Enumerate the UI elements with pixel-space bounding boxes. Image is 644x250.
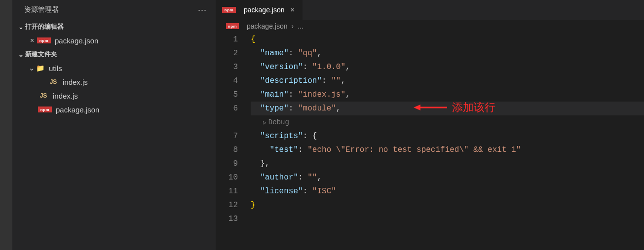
line-number: 2 — [216, 46, 238, 60]
js-icon: JS — [38, 92, 49, 99]
code-line[interactable]: } — [251, 198, 644, 212]
code-line[interactable]: { — [251, 33, 644, 46]
open-editors-header[interactable]: ⌄ 打开的编辑器 — [12, 20, 216, 34]
tab-package-json[interactable]: npm package.json × — [216, 0, 303, 20]
code-lens[interactable]: ▷Debug — [251, 115, 644, 129]
open-editor-item[interactable]: × npm package.json — [12, 34, 216, 47]
tree-folder-name: utils — [49, 64, 62, 72]
breadcrumb-tail: ... — [298, 22, 303, 30]
line-number: 13 — [216, 212, 238, 226]
sidebar-title: 资源管理器 — [24, 5, 59, 14]
code-line[interactable]: "license": "ISC" — [251, 184, 644, 198]
chevron-down-icon: ⌄ — [27, 64, 36, 72]
line-number: 3 — [216, 60, 238, 74]
code-line[interactable]: "main": "index.js", — [251, 88, 644, 102]
open-editors-label: 打开的编辑器 — [25, 22, 64, 31]
play-icon: ▷ — [263, 120, 266, 126]
line-number: 12 — [216, 198, 238, 212]
code-line[interactable] — [251, 212, 644, 226]
code-line[interactable]: "author": "", — [251, 171, 644, 184]
code-line[interactable]: "test": "echo \"Error: no test specified… — [251, 143, 644, 157]
activity-bar — [0, 0, 12, 250]
tree-file-name: index.js — [63, 78, 88, 86]
js-icon: JS — [48, 78, 59, 85]
close-icon[interactable]: × — [27, 36, 37, 44]
line-number: 5 — [216, 88, 238, 102]
tree-folder-utils[interactable]: ⌄ 📁 utils — [12, 61, 216, 75]
code-line-highlighted[interactable]: "type": "module", — [251, 102, 644, 115]
npm-icon: npm — [222, 7, 236, 13]
line-number — [216, 115, 238, 129]
npm-icon: npm — [37, 37, 51, 43]
code-line[interactable]: "name": "qq", — [251, 46, 644, 60]
line-gutter: 1 2 3 4 5 6 7 8 9 10 11 12 13 — [216, 33, 251, 250]
tree-file-name: package.json — [56, 106, 99, 114]
chevron-right-icon: › — [292, 22, 294, 30]
tree-file-name: index.js — [53, 92, 78, 100]
line-number: 11 — [216, 184, 238, 198]
line-number: 6 — [216, 102, 238, 115]
npm-icon: npm — [226, 23, 239, 29]
editor-area: npm package.json × npm package.json › ..… — [216, 0, 644, 250]
breadcrumb-file: package.json — [247, 22, 288, 30]
sidebar-header: 资源管理器 ··· — [12, 0, 216, 20]
code-line[interactable]: "description": "", — [251, 74, 644, 88]
line-number: 8 — [216, 143, 238, 157]
folder-header[interactable]: ⌄ 新建文件夹 — [12, 47, 216, 61]
line-number: 9 — [216, 157, 238, 171]
code-content[interactable]: { "name": "qq", "version": "1.0.0", "des… — [251, 33, 644, 250]
more-icon[interactable]: ··· — [198, 5, 207, 15]
tab-bar: npm package.json × — [216, 0, 644, 20]
tree-file-package[interactable]: npm package.json — [12, 103, 216, 116]
chevron-down-icon: ⌄ — [16, 51, 25, 58]
tree-file-index[interactable]: JS index.js — [12, 89, 216, 103]
tree-file-utils-index[interactable]: JS index.js — [12, 75, 216, 89]
folder-label: 新建文件夹 — [25, 50, 57, 59]
debug-codelens[interactable]: ▷Debug — [260, 118, 289, 126]
line-number: 10 — [216, 171, 238, 184]
folder-icon: 📁 — [36, 64, 47, 72]
open-editor-filename: package.json — [55, 36, 98, 45]
line-number: 7 — [216, 129, 238, 143]
npm-icon: npm — [38, 107, 52, 112]
sidebar: 资源管理器 ··· ⌄ 打开的编辑器 × npm package.json ⌄ … — [12, 0, 216, 250]
tab-label: package.json — [244, 6, 285, 14]
code-editor[interactable]: 1 2 3 4 5 6 7 8 9 10 11 12 13 { "name": … — [216, 33, 644, 250]
close-icon[interactable]: × — [289, 6, 297, 14]
code-line[interactable]: }, — [251, 157, 644, 171]
code-line[interactable]: "version": "1.0.0", — [251, 60, 644, 74]
chevron-down-icon: ⌄ — [16, 23, 25, 31]
line-number: 4 — [216, 74, 238, 88]
breadcrumb[interactable]: npm package.json › ... — [216, 20, 644, 33]
line-number: 1 — [216, 33, 238, 46]
code-line[interactable]: "scripts": { — [251, 129, 644, 143]
